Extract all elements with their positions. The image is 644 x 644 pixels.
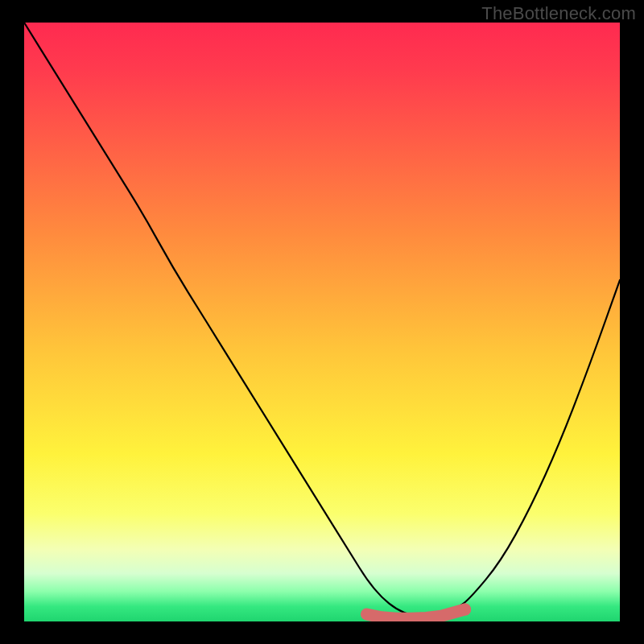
plot-area	[24, 23, 620, 621]
marker-end-dot	[459, 604, 471, 616]
plot-inner	[24, 23, 620, 621]
chart-frame: TheBottleneck.com	[0, 0, 644, 644]
marker-layer	[24, 23, 620, 621]
marker-band	[367, 609, 465, 618]
watermark-text: TheBottleneck.com	[481, 3, 636, 24]
